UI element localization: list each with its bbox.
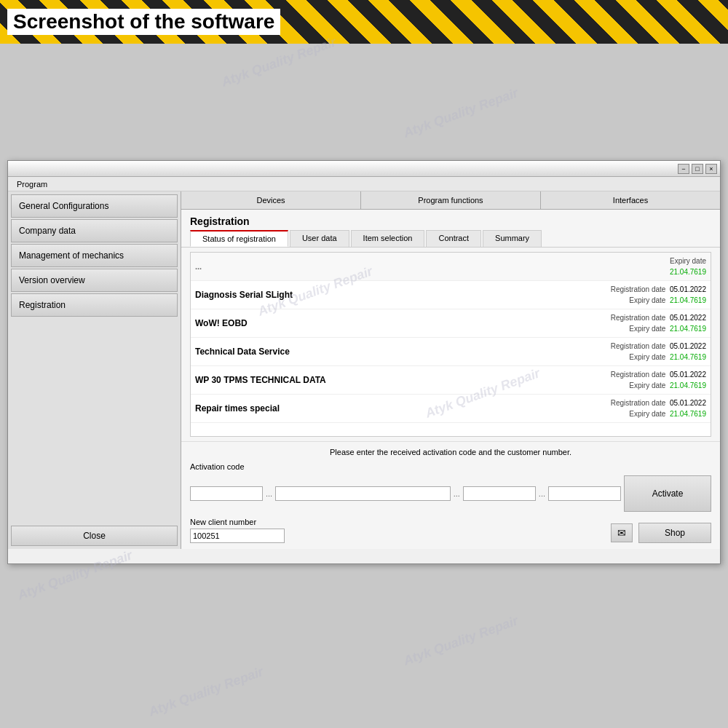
activation-message: Please enter the received activation cod… [190,448,711,456]
new-client-label: New client number [190,518,285,526]
separator-2: ... [454,489,460,498]
menu-bar: Program [8,177,720,191]
bottom-actions: ✉ Shop [611,523,711,543]
row-dates: Expiry date 21.04.7619 [561,256,706,277]
table-row: Diagnosis Serial SLight Registration dat… [191,281,711,309]
title-bar-controls: − □ × [678,164,717,174]
email-icon: ✉ [617,527,626,539]
table-row: WoW! EOBD Registration date 05.01.2022 E… [191,309,711,338]
sub-tab-user-data[interactable]: User data [290,230,349,247]
table-row: Repair times special Registration date 0… [191,395,711,423]
sidebar-item-management-mechanics[interactable]: Management of mechanics [11,244,178,267]
activation-code-label: Activation code [190,462,263,471]
row-dates-technical: Registration date 05.01.2022 Expiry date… [561,341,706,363]
activation-code-input-1[interactable] [190,486,263,501]
bottom-form-area: Please enter the received activation cod… [181,441,720,549]
row-name-diagnosis: Diagnosis Serial SLight [195,290,561,300]
table-row: WP 30 TPMS TECHNICAL DATA Registration d… [191,366,711,395]
sub-tab-contract[interactable]: Contract [426,230,481,247]
tab-interfaces[interactable]: Interfaces [541,191,720,209]
row-name: ... [195,262,561,271]
header-stripe: Screenshot of the software [0,0,728,44]
activation-code-row: Activation code [190,462,711,471]
sidebar: General Configurations Company data Mana… [8,191,181,549]
menu-program[interactable]: Program [11,180,53,189]
sub-tab-status[interactable]: Status of registration [190,230,288,247]
row-name-technical: Technical Data Service [195,347,561,357]
client-number-input[interactable] [190,529,285,543]
registration-title: Registration [181,210,720,230]
activation-inputs-row: ... ... ... Activate [190,475,711,512]
tab-program-functions[interactable]: Program functions [361,191,541,209]
row-dates-tpms: Registration date 05.01.2022 Expiry date… [561,369,706,391]
watermark-6: Atyk Quality Repair [401,613,520,669]
activation-code-input-3[interactable] [463,486,536,501]
client-number-section: New client number [190,518,285,543]
sub-tab-item-selection[interactable]: Item selection [351,230,425,247]
registration-table: ... Expiry date 21.04.7619 Diagnosis Ser… [190,252,711,437]
row-dates-wow: Registration date 05.01.2022 Expiry date… [561,312,706,334]
software-window: − □ × Program General Configurations Com… [7,160,721,564]
close-button[interactable]: × [705,164,717,174]
main-area: General Configurations Company data Mana… [8,191,720,549]
table-row: Technical Data Service Registration date… [191,338,711,366]
separator-1: ... [266,489,272,498]
watermark-2: Atyk Quality Repair [401,85,520,141]
row-dates-diagnosis: Registration date 05.01.2022 Expiry date… [561,284,706,306]
row-name-repair: Repair times special [195,403,561,414]
row-dates-repair: Registration date 05.01.2022 Expiry date… [561,397,706,419]
restore-button[interactable]: □ [692,164,703,174]
email-button[interactable]: ✉ [611,523,633,542]
sidebar-item-company-data[interactable]: Company data [11,219,178,242]
header-title: Screenshot of the software [7,9,280,35]
shop-button[interactable]: Shop [638,523,711,543]
tab-devices[interactable]: Devices [181,191,361,209]
content-area: Devices Program functions Interfaces Reg… [181,191,720,549]
sub-tab-summary[interactable]: Summary [483,230,542,247]
sidebar-item-general-configurations[interactable]: General Configurations [11,194,178,218]
close-sidebar-button[interactable]: Close [11,526,178,546]
sidebar-item-registration[interactable]: Registration [11,293,178,317]
activation-code-input-4[interactable] [548,486,621,501]
table-row: ... Expiry date 21.04.7619 [191,253,711,281]
row-name-wow: WoW! EOBD [195,318,561,328]
minimize-button[interactable]: − [678,164,689,174]
sidebar-item-version-overview[interactable]: Version overview [11,269,178,292]
sidebar-spacer [11,318,178,521]
top-tabs: Devices Program functions Interfaces [181,191,720,210]
separator-3: ... [539,489,545,498]
activate-button[interactable]: Activate [624,475,711,512]
watermark-7: Atyk Quality Repair [146,664,265,720]
row-name-tpms: WP 30 TPMS TECHNICAL DATA [195,375,561,385]
activation-code-input-2[interactable] [275,486,450,501]
title-bar: − □ × [8,161,720,177]
sub-tabs: Status of registration User data Item se… [181,230,720,248]
